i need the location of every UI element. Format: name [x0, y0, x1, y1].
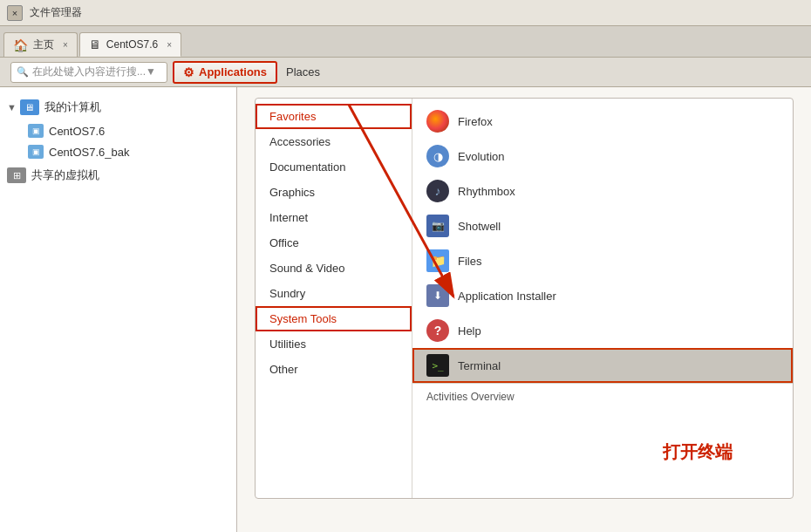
system-tools-label: System Tools	[269, 312, 337, 325]
sidebar: ▼ 🖥 我的计算机 ▣ CentOS7.6 ▣ CentOS7.6_bak ⊞ …	[0, 87, 237, 532]
centos-tab-label: CentOS7.6	[106, 38, 158, 51]
window-title: 文件管理器	[30, 5, 82, 20]
shotwell-icon: 📷	[426, 215, 449, 237]
menu-item-internet[interactable]: Internet	[256, 205, 412, 230]
installer-label: Application Installer	[458, 290, 556, 303]
shared-vm-icon: ⊞	[7, 167, 26, 183]
collapse-icon: ▼	[7, 102, 17, 113]
firefox-label: Firefox	[458, 115, 493, 128]
activities-overview[interactable]: Activities Overview	[412, 383, 793, 410]
home-tab-close[interactable]: ×	[63, 40, 68, 50]
evolution-icon: ◑	[426, 145, 449, 167]
app-files[interactable]: 📁 Files	[412, 243, 793, 278]
help-label: Help	[458, 324, 481, 338]
main-area: ▼ 🖥 我的计算机 ▣ CentOS7.6 ▣ CentOS7.6_bak ⊞ …	[0, 87, 811, 532]
sidebar-centos[interactable]: ▣ CentOS7.6	[0, 120, 236, 141]
menu-right: Firefox ◑ Evolution ♪ Rhythmbox 📷 Shotwe…	[412, 99, 793, 498]
menu-item-other[interactable]: Other	[256, 357, 412, 382]
sidebar-centos-bak[interactable]: ▣ CentOS7.6_bak	[0, 141, 236, 162]
centos-bak-label: CentOS7.6_bak	[49, 146, 130, 159]
app-menu-dropdown: Favorites Accessories Documentation Grap…	[255, 98, 794, 499]
utilities-label: Utilities	[269, 338, 306, 351]
terminal-label: Terminal	[458, 359, 501, 372]
nav-bar: 🔍 在此处键入内容进行搜...▼ ⚙ Applications Places	[0, 58, 811, 87]
documentation-label: Documentation	[269, 160, 345, 174]
app-rhythmbox[interactable]: ♪ Rhythmbox	[412, 174, 793, 208]
graphics-label: Graphics	[269, 186, 315, 199]
centos-label: CentOS7.6	[49, 125, 105, 138]
tab-centos[interactable]: 🖥 CentOS7.6 ×	[79, 32, 181, 57]
other-label: Other	[269, 363, 298, 376]
centos-icon: ▣	[28, 124, 44, 138]
sidebar-shared-vm[interactable]: ⊞ 共享的虚拟机	[0, 162, 236, 188]
installer-icon: ⬇	[426, 284, 449, 307]
apps-icon: ⚙	[183, 65, 194, 79]
files-icon: 📁	[426, 249, 449, 272]
evolution-label: Evolution	[458, 150, 504, 163]
search-bar[interactable]: 🔍 在此处键入内容进行搜...▼	[10, 62, 167, 83]
title-bar: × 文件管理器	[0, 0, 811, 26]
favorites-label: Favorites	[269, 110, 316, 123]
centos-tab-icon: 🖥	[89, 38, 101, 51]
rhythmbox-icon: ♪	[426, 180, 449, 202]
menu-item-graphics[interactable]: Graphics	[256, 180, 412, 205]
places-label: Places	[286, 65, 320, 78]
computer-icon: 🖥	[20, 99, 39, 115]
app-terminal[interactable]: >_ Terminal	[412, 348, 793, 383]
tab-home[interactable]: 🏠 主页 ×	[3, 32, 78, 57]
shotwell-label: Shotwell	[458, 220, 501, 233]
sundry-label: Sundry	[269, 287, 305, 300]
rhythmbox-label: Rhythmbox	[458, 185, 515, 198]
centos-bak-icon: ▣	[28, 145, 44, 159]
help-icon: ?	[426, 319, 449, 342]
menu-item-office[interactable]: Office	[256, 230, 412, 256]
firefox-icon	[426, 110, 449, 133]
my-computer-label: 我的计算机	[44, 99, 101, 115]
menu-item-sundry[interactable]: Sundry	[256, 281, 412, 306]
sidebar-my-computer[interactable]: ▼ 🖥 我的计算机	[0, 94, 236, 120]
tab-bar: 🏠 主页 × 🖥 CentOS7.6 ×	[0, 26, 811, 58]
menu-left: Favorites Accessories Documentation Grap…	[256, 99, 412, 498]
internet-label: Internet	[269, 211, 308, 224]
applications-tab[interactable]: ⚙ Applications	[173, 61, 277, 84]
app-evolution[interactable]: ◑ Evolution	[412, 139, 793, 174]
search-text: 在此处键入内容进行搜...▼	[32, 65, 156, 79]
content-area: Favorites Accessories Documentation Grap…	[237, 87, 811, 532]
places-tab[interactable]: Places	[277, 61, 329, 84]
accessories-label: Accessories	[269, 135, 331, 148]
app-shotwell[interactable]: 📷 Shotwell	[412, 208, 793, 243]
app-installer[interactable]: ⬇ Application Installer	[412, 278, 793, 313]
menu-item-utilities[interactable]: Utilities	[256, 331, 412, 357]
sound-video-label: Sound & Video	[269, 262, 345, 275]
menu-item-sound-video[interactable]: Sound & Video	[256, 256, 412, 281]
office-label: Office	[269, 236, 299, 249]
activities-label: Activities Overview	[426, 391, 515, 403]
apps-label: Applications	[199, 65, 267, 78]
menu-item-system-tools[interactable]: System Tools	[256, 306, 412, 331]
menu-item-accessories[interactable]: Accessories	[256, 129, 412, 154]
files-label: Files	[458, 255, 481, 268]
app-help[interactable]: ? Help	[412, 313, 793, 348]
home-tab-icon: 🏠	[13, 38, 28, 52]
menu-item-favorites[interactable]: Favorites	[256, 104, 412, 129]
app-firefox[interactable]: Firefox	[412, 104, 793, 139]
terminal-icon: >_	[426, 354, 449, 377]
close-button[interactable]: ×	[7, 5, 23, 21]
search-icon: 🔍	[17, 66, 29, 78]
shared-vm-label: 共享的虚拟机	[31, 167, 99, 183]
open-terminal-annotation: 打开终端	[663, 440, 733, 464]
home-tab-label: 主页	[33, 38, 54, 52]
centos-tab-close[interactable]: ×	[167, 40, 172, 50]
menu-item-documentation[interactable]: Documentation	[256, 154, 412, 180]
